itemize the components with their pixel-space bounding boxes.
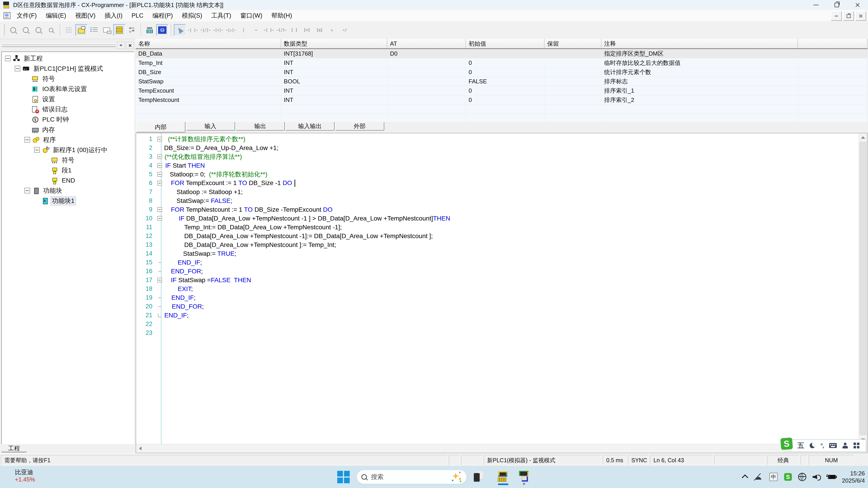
- table-cell[interactable]: DB_Data: [135, 49, 281, 58]
- ime-pin-icon[interactable]: 中: [769, 473, 778, 481]
- tree-item[interactable]: IO表和单元设置: [2, 84, 134, 94]
- address-reference-icon[interactable]: [88, 24, 100, 36]
- table-row-empty[interactable]: [135, 114, 868, 123]
- contact-closed-icon[interactable]: -|/|-: [199, 24, 211, 36]
- ci-view-icon[interactable]: CI: [156, 24, 168, 36]
- tree-expander[interactable]: [24, 137, 30, 142]
- tree-item[interactable]: 符号: [2, 155, 134, 165]
- table-cell[interactable]: [545, 58, 601, 67]
- code-line[interactable]: 2DB_Size:= D_Area_Up-D_Area_Low +1;: [136, 143, 859, 152]
- symbol-tree-icon[interactable]: [126, 24, 138, 36]
- speaker-icon[interactable]: [813, 474, 822, 480]
- code-line[interactable]: 21END_IF;: [136, 311, 859, 320]
- table-cell[interactable]: TempNestcount: [135, 95, 281, 104]
- fold-marker[interactable]: [155, 137, 164, 141]
- code-line[interactable]: 6FOR TempExcount := 1 TO DB_Size -1 DO: [136, 179, 859, 188]
- menu-item[interactable]: 编辑(E): [41, 10, 70, 21]
- code-line[interactable]: 17IF StatSwap =FALSE THEN: [136, 275, 859, 285]
- copilot-sparkle-icon[interactable]: [452, 472, 462, 482]
- fold-marker[interactable]: [155, 262, 164, 263]
- var-tab-输入[interactable]: 输入: [186, 122, 235, 131]
- table-cell[interactable]: [545, 68, 601, 76]
- project-tab[interactable]: 工程: [2, 445, 26, 452]
- var-tab-输入输出[interactable]: 输入输出: [285, 122, 335, 131]
- code-line[interactable]: 4IF Start THEN: [136, 161, 859, 170]
- table-cell[interactable]: INT: [281, 58, 388, 67]
- code-line[interactable]: 13DB_Data[D_Area_Low +TempNestcount ]:= …: [136, 240, 859, 249]
- table-cell[interactable]: [545, 86, 601, 95]
- fold-marker[interactable]: [155, 278, 164, 283]
- mdi-minimize-button[interactable]: [831, 11, 842, 21]
- minimize-button[interactable]: [806, 0, 827, 10]
- table-cell[interactable]: [387, 86, 466, 95]
- stock-widget[interactable]: 比亚迪 +1.45%: [15, 468, 35, 483]
- magnifier-icon[interactable]: [7, 24, 19, 36]
- instruction-box-icon[interactable]: [ ]: [288, 24, 300, 36]
- table-cell[interactable]: 0: [466, 58, 545, 67]
- clock[interactable]: 15:26 2025/6/4: [842, 470, 865, 484]
- fold-marker[interactable]: [155, 172, 164, 177]
- fold-marker[interactable]: [155, 216, 164, 221]
- table-row[interactable]: Temp_IntINT0临时存放比较之后大的数据值: [135, 58, 868, 68]
- table-cell[interactable]: D0: [387, 49, 466, 58]
- code-line[interactable]: 8StatSwap:= FALSE;: [136, 196, 859, 205]
- var-tab-输出[interactable]: 输出: [236, 122, 285, 131]
- code-line[interactable]: 18EXIT;: [136, 285, 859, 293]
- sogou-logo-icon[interactable]: S: [780, 437, 793, 450]
- scroll-left-button[interactable]: [136, 444, 144, 453]
- menu-item[interactable]: PLC: [127, 10, 148, 21]
- panel-grip[interactable]: [2, 44, 116, 47]
- table-cell[interactable]: [387, 68, 466, 76]
- tree-item[interactable]: PLC 时钟: [2, 114, 134, 125]
- table-cell[interactable]: INT[31768]: [281, 49, 388, 58]
- code-view[interactable]: 1(**计算数组排序元素个数**)2DB_Size:= D_Area_Up-D_…: [136, 133, 859, 444]
- tree-item[interactable]: END: [2, 175, 134, 186]
- mdi-restore-button[interactable]: [843, 11, 854, 21]
- table-cell[interactable]: TempExcount: [135, 86, 281, 95]
- code-line[interactable]: 11Temp_Int:= DB_Data[D_Area_Low +TempNes…: [136, 223, 859, 232]
- search-box[interactable]: 搜索: [357, 470, 467, 484]
- data-table-icon[interactable]: SMA: [144, 24, 156, 36]
- toolbar-grip[interactable]: [2, 24, 4, 36]
- code-line[interactable]: 12DB_Data[D_Area_Low +TempNestcount -1]:…: [136, 232, 859, 240]
- keyboard-icon[interactable]: [829, 443, 837, 448]
- tree-item[interactable]: 内存: [2, 125, 134, 135]
- fold-marker[interactable]: [155, 207, 164, 212]
- tree-item[interactable]: 功能块: [2, 186, 134, 196]
- coil-open-icon[interactable]: -( )-: [263, 24, 275, 36]
- mdi-close-button[interactable]: [855, 11, 866, 21]
- table-cell[interactable]: 0: [466, 68, 545, 76]
- table-row-empty[interactable]: [135, 105, 868, 114]
- coil-closed-icon[interactable]: -(/)-: [275, 24, 287, 36]
- taskbar-app-windows[interactable]: [472, 469, 486, 483]
- tree-expander[interactable]: [24, 188, 30, 193]
- code-line[interactable]: 3(**优化数组冒泡排序算法**): [136, 152, 859, 161]
- table-cell[interactable]: [387, 58, 466, 67]
- table-row[interactable]: DB_SizeINT0统计排序元素个数: [135, 68, 868, 77]
- sogou-tray-icon[interactable]: S: [784, 473, 792, 481]
- instruction-box-not-icon[interactable]: [=]: [301, 24, 313, 36]
- horizontal-scrollbar[interactable]: [136, 444, 859, 453]
- column-header[interactable]: 数据类型: [281, 39, 388, 48]
- tree-expander[interactable]: [34, 147, 40, 153]
- column-header[interactable]: 保留: [545, 39, 601, 48]
- table-row[interactable]: StatSwapBOOLFALSE排序标志: [135, 77, 868, 86]
- chevron-up-icon[interactable]: [742, 475, 748, 481]
- mdi-document-icon[interactable]: [3, 12, 11, 20]
- fold-marker[interactable]: [155, 271, 164, 271]
- code-line[interactable]: 9FOR TempNestcount := 1 TO DB_Size -Temp…: [136, 205, 859, 214]
- code-line[interactable]: 20END_FOR;: [136, 302, 859, 311]
- vertical-scrollbar[interactable]: [859, 133, 867, 444]
- tree-item[interactable]: 错误日志: [2, 104, 134, 114]
- code-line[interactable]: 19END_IF;: [136, 293, 859, 302]
- tree-item[interactable]: 段1: [2, 165, 134, 175]
- menu-item[interactable]: 视图(V): [70, 10, 100, 21]
- fold-marker[interactable]: [155, 314, 164, 317]
- panel-close-button[interactable]: [126, 42, 134, 49]
- table-cell[interactable]: 排序标志: [601, 77, 798, 86]
- table-cell[interactable]: 统计排序元素个数: [601, 68, 798, 76]
- table-cell[interactable]: FALSE: [466, 77, 545, 86]
- table-cell[interactable]: [387, 77, 466, 86]
- table-cell[interactable]: [545, 49, 601, 58]
- panel-dropdown-button[interactable]: [117, 42, 125, 49]
